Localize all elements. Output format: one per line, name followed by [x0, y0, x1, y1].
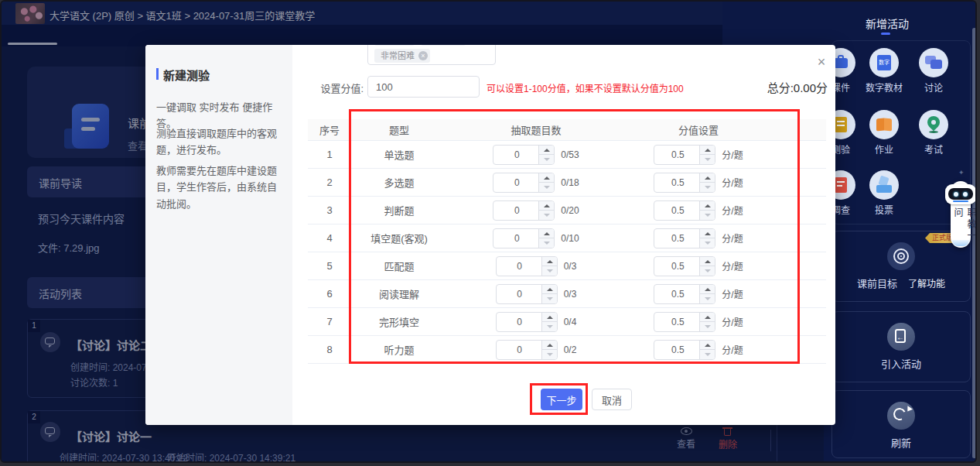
close-icon[interactable]: ×: [812, 53, 831, 71]
question-type: 判断题: [351, 203, 447, 218]
stepper-up-icon[interactable]: [700, 257, 715, 267]
stepper-up-icon[interactable]: [539, 201, 554, 211]
count-stepper[interactable]: [493, 145, 555, 165]
stepper-up-icon[interactable]: [542, 257, 557, 267]
stepper-up-icon[interactable]: [539, 229, 554, 239]
tool-vote[interactable]: 投票: [862, 170, 906, 216]
question-type: 完形填空: [351, 314, 447, 329]
count-stepper[interactable]: [496, 284, 558, 304]
import-activity-card[interactable]: ← 引入活动: [831, 311, 971, 382]
target-icon[interactable]: [887, 242, 915, 270]
stepper-down-icon[interactable]: [700, 266, 715, 276]
stepper-up-icon[interactable]: [700, 285, 715, 295]
stepper-up-icon[interactable]: [542, 313, 557, 323]
row-index: 5: [308, 260, 351, 272]
count-fraction: 0/53: [561, 149, 579, 160]
stepper-down-icon[interactable]: [539, 211, 554, 220]
question-type: 阅读理解: [351, 286, 447, 301]
count-stepper[interactable]: [493, 173, 555, 193]
refresh-card[interactable]: 刷新: [831, 390, 971, 458]
score-stepper[interactable]: [654, 145, 715, 165]
stepper-down-icon[interactable]: [700, 350, 715, 359]
stepper-down-icon[interactable]: [542, 322, 557, 331]
stepper-down-icon[interactable]: [700, 294, 715, 303]
tag-clipped: [421, 45, 466, 46]
stepper-down-icon[interactable]: [542, 350, 557, 359]
question-table: 序号 题型 抽取题目数 分值设置 1 单选题 0/53 分/题: [308, 119, 826, 364]
row-index: 3: [308, 204, 351, 216]
stepper-up-icon[interactable]: [542, 341, 557, 351]
tool-homework[interactable]: 作业: [862, 110, 906, 156]
stepper-down-icon[interactable]: [539, 155, 554, 164]
score-stepper[interactable]: [654, 312, 715, 332]
count-fraction: 0/20: [561, 205, 579, 216]
question-type: 匹配题: [351, 259, 447, 273]
count-stepper[interactable]: [493, 228, 555, 248]
score-unit: 分/题: [722, 259, 743, 272]
tool-discussion[interactable]: 讨论: [912, 48, 955, 94]
goal-label[interactable]: 课前目标: [857, 276, 897, 290]
count-stepper[interactable]: [496, 312, 558, 332]
row-index: 4: [308, 232, 351, 244]
stepper-down-icon[interactable]: [700, 322, 715, 331]
modal-title: 新建测验: [156, 67, 210, 83]
score-stepper[interactable]: [654, 284, 715, 304]
score-unit: 分/题: [722, 231, 743, 245]
homework-icon: [869, 110, 899, 139]
row-index: 6: [308, 288, 351, 300]
stepper-up-icon[interactable]: [539, 146, 554, 156]
difficulty-tagbox: 非常困难 ×: [367, 45, 496, 65]
goal-help-link[interactable]: 了解功能: [908, 276, 945, 290]
stepper-up-icon[interactable]: [700, 173, 715, 183]
col-header-score: 分值设置: [625, 122, 772, 137]
tool-label: 投票: [862, 203, 906, 216]
difficulty-tag: 非常困难 ×: [374, 49, 430, 63]
stepper-up-icon[interactable]: [542, 285, 557, 295]
tool-digital-textbook[interactable]: 数字 数字教材: [862, 48, 906, 94]
table-header-row: 序号 题型 抽取题目数 分值设置: [308, 119, 826, 141]
tool-label: 考试: [912, 142, 955, 156]
next-step-button[interactable]: 下一步: [541, 389, 582, 410]
count-stepper[interactable]: [496, 256, 558, 276]
count-fraction: 0/3: [564, 289, 577, 300]
row-index: 2: [308, 176, 351, 188]
tool-exam[interactable]: 考试: [912, 110, 955, 156]
score-hint: 可以设置1-100分值，如果不设置默认分值为100: [487, 81, 684, 94]
stepper-up-icon[interactable]: [700, 146, 715, 156]
score-unit: 分/题: [722, 176, 743, 189]
sparkle-icon: ✦: [958, 169, 965, 176]
question-type: 填空题(客观): [351, 231, 447, 245]
table-row: 7 完形填空 0/4 分/题: [308, 308, 826, 336]
score-stepper[interactable]: [654, 340, 715, 360]
drawer-title-underline: [881, 33, 890, 35]
stepper-up-icon[interactable]: [700, 229, 715, 239]
stepper-down-icon[interactable]: [539, 183, 554, 192]
tag-remove-icon[interactable]: ×: [418, 51, 428, 60]
stepper-down-icon[interactable]: [539, 238, 554, 248]
stepper-down-icon[interactable]: [700, 238, 715, 248]
stepper-down-icon[interactable]: [700, 211, 715, 220]
tool-label: 讨论: [912, 81, 955, 94]
score-stepper[interactable]: [654, 228, 715, 248]
score-label: 设置分值:: [306, 81, 364, 95]
stepper-down-icon[interactable]: [542, 294, 557, 303]
count-stepper[interactable]: [493, 200, 555, 221]
stepper-up-icon[interactable]: [700, 313, 715, 323]
modal-intro-line: 教师需要先在题库中建设题目，学生作答后，由系统自动批阅。: [156, 163, 283, 212]
count-stepper[interactable]: [496, 340, 558, 360]
score-stepper[interactable]: [654, 173, 715, 193]
score-stepper[interactable]: [654, 256, 715, 276]
question-type: 听力题: [351, 342, 447, 357]
stepper-down-icon[interactable]: [700, 183, 715, 192]
refresh-icon: [887, 402, 915, 430]
tool-label: 作业: [862, 142, 906, 156]
stepper-up-icon[interactable]: [700, 201, 715, 211]
score-stepper[interactable]: [654, 200, 715, 221]
score-input[interactable]: [367, 76, 480, 98]
assistant-widget[interactable]: ✦ 职教一问: [938, 169, 974, 251]
stepper-down-icon[interactable]: [542, 266, 557, 276]
cancel-button[interactable]: 取消: [592, 389, 632, 410]
stepper-down-icon[interactable]: [700, 155, 715, 164]
stepper-up-icon[interactable]: [539, 173, 554, 183]
stepper-up-icon[interactable]: [700, 341, 715, 351]
